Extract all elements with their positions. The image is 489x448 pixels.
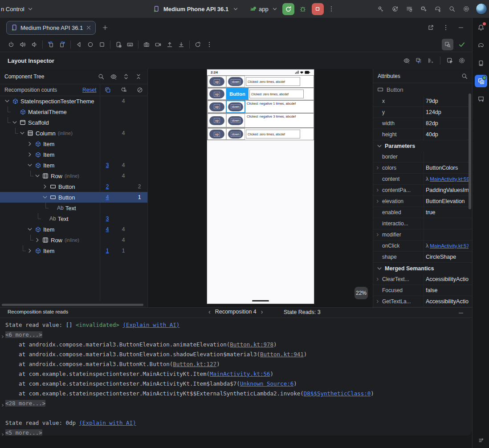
- gradle-icon[interactable]: [475, 39, 487, 52]
- up-button[interactable]: up: [209, 90, 224, 98]
- tree-node-column[interactable]: Column(inline)4: [0, 128, 147, 138]
- attributes-section-parameters[interactable]: Parameters: [373, 140, 472, 151]
- attribute-row-content[interactable]: contentλMainActivity.kt:59: [373, 174, 472, 185]
- rotate-left-icon[interactable]: [45, 39, 57, 50]
- attribute-row-x[interactable]: x79dp: [373, 96, 472, 107]
- screenshot-icon[interactable]: [141, 39, 152, 50]
- emulator-more-icon[interactable]: [204, 39, 215, 50]
- recomposition-count-link[interactable]: 2: [102, 181, 112, 192]
- source-link[interactable]: MainActivity.kt:57: [430, 243, 469, 248]
- chevron-down-icon[interactable]: [26, 226, 33, 233]
- chevron-right-icon[interactable]: [375, 164, 380, 171]
- chevron-right-icon[interactable]: [375, 198, 380, 205]
- minimize-icon[interactable]: [456, 23, 466, 33]
- down-button-bounds[interactable]: down: [226, 101, 245, 113]
- chevron-right-icon[interactable]: [375, 276, 380, 283]
- view-options-icon[interactable]: [402, 56, 412, 65]
- tree-node-materialtheme[interactable]: MaterialTheme: [0, 106, 147, 117]
- chevron-right-icon[interactable]: [34, 236, 41, 244]
- chevron-down-icon[interactable]: [19, 130, 26, 137]
- chevron-right-icon[interactable]: [375, 231, 380, 238]
- apply-check-icon[interactable]: [456, 39, 468, 50]
- tree-node-item[interactable]: Item11: [0, 245, 147, 256]
- explain-ai-link[interactable]: D8$$SyntheticClass:0: [304, 390, 371, 397]
- close-tab-icon[interactable]: [86, 24, 92, 31]
- chevron-right-icon[interactable]: [41, 183, 49, 190]
- device-tab[interactable]: Medium Phone API 36.1: [6, 21, 96, 35]
- up-button[interactable]: up: [209, 116, 224, 125]
- tree-node-scaffold[interactable]: Scaffold: [0, 117, 147, 128]
- run-configuration-select[interactable]: app: [248, 4, 280, 14]
- up-button-bounds[interactable]: up: [208, 101, 226, 113]
- attribute-row-colors[interactable]: colorsButtonColors: [373, 163, 472, 174]
- console-options-icon[interactable]: [476, 436, 486, 445]
- up-button-bounds[interactable]: up: [208, 76, 226, 87]
- source-link[interactable]: Button.kt:978: [230, 341, 273, 348]
- layout-inspector-tool-icon[interactable]: [475, 75, 487, 87]
- expander-chevron-icon[interactable]: [1, 400, 5, 410]
- capture-snapshot-icon[interactable]: [414, 56, 424, 65]
- power-icon[interactable]: [5, 39, 17, 50]
- todo-list-icon[interactable]: [404, 4, 414, 14]
- attribute-row-height[interactable]: height40dp: [373, 129, 472, 140]
- select-component-icon[interactable]: [445, 56, 455, 65]
- tree-node-item[interactable]: Item34: [0, 160, 147, 171]
- attribute-row-width[interactable]: width82dp: [373, 118, 472, 129]
- expand-all-icon[interactable]: [121, 71, 131, 82]
- search-everywhere-icon[interactable]: [447, 4, 457, 14]
- layout-inspector-toggle-icon[interactable]: [442, 39, 453, 50]
- tree-search-icon[interactable]: [96, 71, 106, 82]
- add-device-tab-icon[interactable]: [100, 23, 110, 33]
- tree-node-item[interactable]: Item: [0, 149, 147, 160]
- settings-icon[interactable]: [461, 4, 471, 14]
- down-button-bounds[interactable]: down: [226, 114, 245, 127]
- source-link[interactable]: Button.kt:941: [260, 351, 304, 358]
- device-selector[interactable]: Medium Phone API 36.1: [151, 0, 240, 18]
- down-button-bounds[interactable]: down: [226, 128, 245, 140]
- notifications-icon[interactable]: [475, 21, 487, 34]
- explain-ai-link[interactable]: (Explain with AI): [79, 419, 136, 426]
- source-link[interactable]: Button.kt:127: [173, 361, 216, 367]
- highlight-recompositions-icon[interactable]: [119, 85, 129, 95]
- chevron-down-icon[interactable]: [34, 172, 41, 179]
- more-actions-icon[interactable]: [326, 4, 336, 14]
- snapshot-restore-icon[interactable]: [192, 39, 204, 50]
- chevron-right-icon[interactable]: [26, 151, 33, 158]
- next-recomposition-icon[interactable]: ›: [261, 309, 263, 315]
- gradle-sync-icon[interactable]: [433, 4, 443, 14]
- up-button[interactable]: up: [209, 130, 224, 138]
- tree-node-row[interactable]: Row(inline)4: [0, 235, 147, 245]
- recomposition-count-link[interactable]: 4: [102, 192, 112, 203]
- vcs-widget[interactable]: n Control: [1, 0, 35, 18]
- down-button[interactable]: down: [228, 116, 243, 125]
- source-link[interactable]: MainActivity.kt:59: [430, 176, 469, 182]
- open-in-new-window-icon[interactable]: [426, 23, 436, 33]
- prev-recomposition-icon[interactable]: ‹: [208, 309, 211, 315]
- explain-ai-link[interactable]: MainActivity.kt:56: [210, 371, 270, 377]
- tree-node-stateinspectiontestertheme[interactable]: StateInspectionTesterTheme4: [0, 96, 147, 106]
- attributes-scrollbar[interactable]: [469, 94, 471, 209]
- home-icon[interactable]: [85, 39, 96, 50]
- attribute-row-focused[interactable]: Focusedfalse: [373, 285, 472, 296]
- up-button-bounds[interactable]: up: [208, 114, 226, 127]
- tree-node-button[interactable]: Button22: [0, 181, 147, 192]
- rerun-button[interactable]: [282, 3, 294, 15]
- device-settings-icon[interactable]: [113, 39, 124, 50]
- app-insights-icon[interactable]: [475, 93, 487, 105]
- attribute-row-shape[interactable]: shapeCircleShape: [373, 252, 472, 263]
- build-run-icon[interactable]: [376, 4, 386, 14]
- chevron-down-icon[interactable]: [41, 194, 49, 201]
- volume-down-icon[interactable]: [29, 39, 40, 50]
- recomposition-count-link[interactable]: 3: [102, 213, 112, 224]
- reset-counts-link[interactable]: Reset: [82, 87, 96, 93]
- up-button[interactable]: up: [209, 77, 224, 86]
- screen-record-icon[interactable]: [152, 39, 164, 50]
- state-reads-console[interactable]: State read value: [] <invalidated> (Expl…: [0, 318, 472, 436]
- tree-horizontal-scrollbar[interactable]: [2, 304, 143, 306]
- more-frames-toggle[interactable]: <6 more...>: [5, 331, 42, 338]
- chevron-down-icon[interactable]: [26, 162, 33, 169]
- tab-options-icon[interactable]: [441, 23, 451, 33]
- show-counts-icon[interactable]: [103, 85, 113, 95]
- rotate-right-icon[interactable]: [57, 39, 68, 50]
- ai-actions-icon[interactable]: [390, 4, 400, 14]
